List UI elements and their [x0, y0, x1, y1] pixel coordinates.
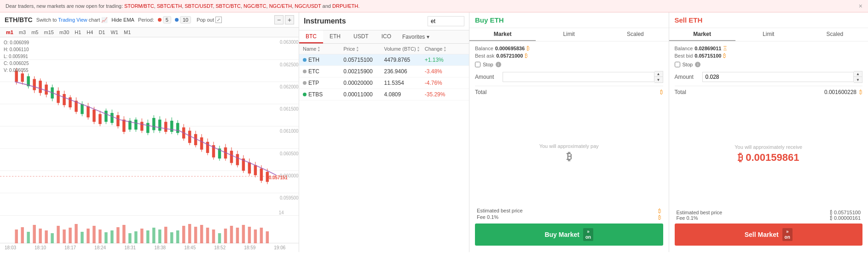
col-price[interactable]: Price ▲▼	[343, 46, 384, 52]
sell-tab-limit[interactable]: Limit	[735, 28, 802, 41]
tf-m15[interactable]: m15	[42, 29, 55, 35]
buy-fee-icon: ₿	[658, 214, 661, 221]
period1-dot	[158, 18, 162, 22]
buy-stop-checkbox[interactable]	[475, 62, 480, 67]
time-1803: 18:03	[5, 245, 16, 250]
buy-balance-label: Balance	[475, 46, 493, 51]
tf-h1[interactable]: H1	[73, 29, 82, 35]
svg-rect-132	[182, 226, 185, 243]
storm-btc-link[interactable]: STORM/BTC	[124, 3, 154, 9]
col-name[interactable]: Name ▲▼	[303, 46, 343, 52]
buy-tab-limit[interactable]: Limit	[536, 28, 602, 41]
table-row[interactable]: ETBS 0.00011000 4.0809 -35.29%	[299, 89, 469, 100]
sell-est-price-row: Estimated best price ₿ 0.05715100	[675, 210, 863, 215]
buy-tab-scaled[interactable]: Scaled	[602, 28, 668, 41]
buy-amount-row: Amount ▲ ▼	[475, 71, 663, 83]
period2-dot	[175, 18, 179, 22]
tf-w1[interactable]: W1	[109, 29, 120, 35]
svg-rect-135	[200, 225, 203, 243]
period2-value[interactable]: 10	[180, 16, 191, 24]
tf-m3[interactable]: m3	[17, 29, 27, 35]
table-row[interactable]: ETH 0.05715100 4479.8765 +1.13%	[299, 54, 469, 66]
trading-view-link[interactable]: Trading View	[58, 17, 87, 23]
svg-rect-117	[93, 226, 95, 243]
sell-stop-checkbox[interactable]	[675, 62, 680, 67]
sell-title: Sell ETH	[669, 12, 868, 28]
sell-tab-market[interactable]: Market	[669, 28, 735, 41]
popout-button[interactable]: Pop out ⤢	[197, 17, 222, 23]
sell-tab-scaled[interactable]: Scaled	[802, 28, 868, 41]
sell-amount-up[interactable]: ▲	[854, 71, 862, 77]
period2-control: 10	[175, 16, 191, 24]
tab-eth[interactable]: ETH	[323, 30, 347, 43]
buy-fee-row: Fee 0.1% ₿	[475, 214, 663, 221]
ngc-eth-link[interactable]: NGC/ETH	[269, 3, 292, 9]
tf-d1[interactable]: D1	[97, 29, 106, 35]
sell-market-button[interactable]: Sell Market » on	[675, 224, 863, 246]
sbtc-usdt-link[interactable]: SBTC/USDT	[185, 3, 213, 9]
zoom-out-button[interactable]: −	[274, 15, 284, 24]
main-container: ETH/BTC Switch to Trading View chart 📈 H…	[0, 12, 868, 252]
svg-text:0.062500: 0.062500	[280, 62, 299, 67]
buy-balance-value: 0.000695836	[495, 46, 525, 51]
sell-amount-input[interactable]	[702, 72, 854, 82]
sell-button-label: Sell Market	[745, 231, 779, 238]
svg-rect-114	[75, 224, 77, 243]
svg-text:0.060500: 0.060500	[280, 151, 299, 156]
buy-amount-label: Amount	[475, 74, 503, 80]
tf-m5[interactable]: m5	[30, 29, 40, 35]
col-volume[interactable]: Volume (BTC) ▲▼	[384, 46, 425, 52]
tf-m1-month[interactable]: M1	[122, 29, 132, 35]
row-volume: 4479.8765	[384, 57, 425, 63]
table-row[interactable]: ETP 0.00020000 11.5354 -4.76%	[299, 77, 469, 89]
instruments-search[interactable]	[428, 16, 464, 26]
time-1831: 18:31	[124, 245, 136, 250]
time-1845: 18:45	[184, 245, 196, 250]
svg-rect-121	[116, 227, 119, 243]
row-dot	[303, 93, 307, 96]
tab-btc[interactable]: BTC	[299, 30, 323, 43]
buy-amount-down[interactable]: ▼	[654, 77, 663, 82]
chart-stats: O: 0.006099 H: 0.006110 L: 0.005991 C: 0…	[4, 39, 29, 74]
svg-rect-136	[206, 228, 209, 243]
chart-switch: Switch to Trading View chart 📈	[36, 17, 108, 23]
sell-amount-down[interactable]: ▼	[854, 77, 862, 82]
sbtc-eth-link[interactable]: SBTC/ETH	[157, 3, 182, 9]
drpu-eth-link[interactable]: DRPU/ETH	[332, 3, 358, 9]
tf-m30[interactable]: m30	[58, 29, 70, 35]
buy-market-button[interactable]: Buy Market » on	[475, 224, 663, 246]
svg-rect-106	[27, 232, 29, 243]
instruments-table: Name ▲▼ Price ▲▼ Volume (BTC) ▲▼ Change …	[299, 44, 469, 252]
sell-stop-info[interactable]: i	[695, 62, 700, 67]
timeframe-bar: m1 m3 m5 m15 m30 H1 H4 D1 W1 M1	[0, 28, 299, 37]
col-change[interactable]: Change ▲▼	[425, 46, 465, 52]
popout-icon: ⤢	[215, 17, 222, 23]
tab-ico[interactable]: ICO	[375, 30, 398, 43]
buy-stop-info[interactable]: i	[496, 62, 501, 67]
zoom-in-button[interactable]: +	[285, 15, 294, 24]
row-volume: 236.9406	[384, 68, 425, 75]
period1-value[interactable]: 5	[163, 16, 171, 24]
buy-amount-up[interactable]: ▲	[654, 71, 663, 77]
buy-amount-input[interactable]	[503, 72, 654, 82]
sell-fee-value: ₿ 0.00000161	[830, 215, 861, 221]
buy-tabs: Market Limit Scaled	[469, 28, 669, 41]
hide-ema-button[interactable]: Hide EMA	[111, 17, 134, 23]
buy-button-label: Buy Market	[544, 231, 579, 238]
ngc-btc-link[interactable]: NGC/BTC	[243, 3, 266, 9]
svg-rect-126	[146, 230, 149, 243]
chart-icon: 📈	[101, 17, 108, 23]
tf-h4[interactable]: H4	[85, 29, 94, 35]
tf-m1[interactable]: m1	[5, 29, 15, 35]
sell-bid-icon: ₿	[723, 53, 726, 59]
buy-tab-market[interactable]: Market	[469, 28, 536, 41]
row-price: 0.00215900	[343, 68, 384, 75]
sbtc-btc-link[interactable]: SBTC/BTC	[216, 3, 241, 9]
ngc-usdt-link[interactable]: NGC/USDT	[295, 3, 321, 9]
tab-usdt[interactable]: USDT	[347, 30, 375, 43]
popout-label: Pop out	[197, 17, 214, 23]
tab-favorites[interactable]: Favorites ▾	[398, 30, 434, 43]
banner-close-button[interactable]: ×	[859, 2, 862, 10]
table-row[interactable]: ETC 0.00215900 236.9406 -3.48%	[299, 66, 469, 77]
buy-title: Buy ETH	[469, 12, 669, 28]
